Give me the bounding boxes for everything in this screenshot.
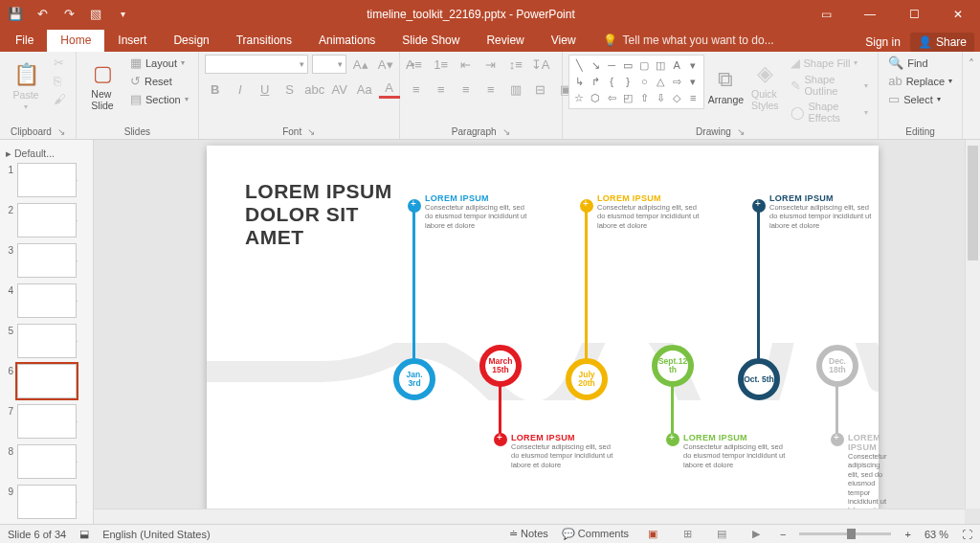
shape-rect2-icon[interactable]: ▢ xyxy=(637,58,652,73)
align-left-icon[interactable]: ≡ xyxy=(406,79,427,99)
thumbnail-2[interactable]: 2★ xyxy=(4,203,89,238)
dialog-launcher-icon[interactable]: ↘ xyxy=(57,126,65,137)
layout-button[interactable]: ▦Layout▾ xyxy=(126,55,192,71)
underline-button[interactable]: U xyxy=(255,79,276,99)
font-color-button[interactable]: A xyxy=(379,79,400,99)
tab-insert[interactable]: Insert xyxy=(104,30,160,52)
thumbnail-1[interactable]: 1★ xyxy=(4,163,89,197)
slide-canvas[interactable]: LOREM IPSUMDOLOR SITAMET Jan.3rdLOREM IP… xyxy=(207,146,879,523)
tab-view[interactable]: View xyxy=(538,30,590,52)
slideshow-view-icon[interactable]: ▶ xyxy=(746,527,767,542)
thumbnail-6[interactable]: 6★ xyxy=(4,364,89,398)
minimize-icon[interactable]: — xyxy=(848,0,892,28)
shape-outline-button[interactable]: ✎Shape Outline▾ xyxy=(787,73,873,98)
sorter-view-icon[interactable]: ⊞ xyxy=(677,527,698,542)
slide-counter[interactable]: Slide 6 of 34 xyxy=(8,529,66,540)
thumb-preview[interactable] xyxy=(17,243,77,278)
shape-callout-icon[interactable]: ◰ xyxy=(621,91,635,105)
milestone-text[interactable]: LOREM IPSUMConsectetur adipiscing elit, … xyxy=(425,193,530,230)
thumb-preview[interactable] xyxy=(17,404,77,439)
arrange-button[interactable]: ⧉Arrange xyxy=(708,55,744,118)
thumbnail-5[interactable]: 5★ xyxy=(4,324,89,358)
thumbnail-8[interactable]: 8★ xyxy=(4,444,89,479)
milestone-date[interactable]: Oct. 5th xyxy=(738,358,780,400)
fit-window-icon[interactable]: ⛶ xyxy=(962,529,972,540)
tab-transitions[interactable]: Transitions xyxy=(223,30,305,52)
thumb-preview[interactable] xyxy=(17,364,77,398)
tab-animations[interactable]: Animations xyxy=(305,30,389,52)
new-slide-button[interactable]: ▢New Slide xyxy=(82,55,122,118)
bold-button[interactable]: B xyxy=(205,79,226,99)
shape-up-icon[interactable]: ⇧ xyxy=(637,91,652,105)
indent-inc-icon[interactable]: ⇥ xyxy=(480,55,501,74)
numbering-icon[interactable]: 1≡ xyxy=(431,55,452,74)
save-icon[interactable]: 💾 xyxy=(4,3,27,26)
align-text-icon[interactable]: ⊟ xyxy=(530,79,551,99)
thumb-preview[interactable] xyxy=(17,324,77,358)
comments-button[interactable]: 💬 Comments xyxy=(562,528,629,540)
slide-thumbnails[interactable]: ▸Default... 1★2★3★4★5★6★7★8★9★ xyxy=(0,140,94,524)
tab-design[interactable]: Design xyxy=(160,30,222,52)
spell-check-icon[interactable]: ⬓ xyxy=(79,528,89,540)
align-center-icon[interactable]: ≡ xyxy=(431,79,452,99)
shape-tri-icon[interactable]: △ xyxy=(654,75,668,89)
zoom-slider[interactable] xyxy=(799,532,891,535)
thumbnail-7[interactable]: 7★ xyxy=(4,404,89,439)
shape-conn-icon[interactable]: ↳ xyxy=(572,75,587,89)
justify-icon[interactable]: ≡ xyxy=(480,79,501,99)
milestone-date[interactable]: Dec.18th xyxy=(816,345,858,387)
find-button[interactable]: 🔍Find xyxy=(884,55,956,71)
shape-text-icon[interactable]: A xyxy=(670,58,684,73)
shrink-font-icon[interactable]: A▾ xyxy=(375,55,396,74)
tab-file[interactable]: File xyxy=(2,30,47,52)
milestone-text[interactable]: LOREM IPSUMConsectetur adipiscing elit, … xyxy=(597,193,702,230)
slide-title[interactable]: LOREM IPSUMDOLOR SITAMET xyxy=(245,180,392,249)
shape-effects-button[interactable]: ◯Shape Effects▾ xyxy=(787,100,873,124)
milestone-date[interactable]: Sept.12th xyxy=(652,345,694,387)
shape-arrow-icon[interactable]: ↘ xyxy=(589,58,603,73)
tell-me-search[interactable]: Tell me what you want to do... xyxy=(590,30,788,52)
normal-view-icon[interactable]: ▣ xyxy=(642,527,663,542)
shape-line2-icon[interactable]: ─ xyxy=(605,58,619,73)
thumbnail-4[interactable]: 4★ xyxy=(4,283,89,318)
scroll-thumb[interactable] xyxy=(968,146,978,260)
qat-customize-icon[interactable]: ▾ xyxy=(111,3,134,26)
language-status[interactable]: English (United States) xyxy=(102,529,211,540)
replace-button[interactable]: abReplace▾ xyxy=(884,73,956,89)
columns-icon[interactable]: ▥ xyxy=(505,79,526,99)
font-size-combo[interactable] xyxy=(312,55,346,74)
shape-rect3-icon[interactable]: ◫ xyxy=(654,58,668,73)
quick-styles-button[interactable]: ◈Quick Styles xyxy=(747,55,782,118)
cut-button[interactable]: ✂ xyxy=(50,55,70,71)
reset-button[interactable]: ↺Reset xyxy=(126,73,192,89)
line-spacing-icon[interactable]: ↕≡ xyxy=(505,55,526,74)
close-icon[interactable]: ✕ xyxy=(936,0,980,28)
shape-hex-icon[interactable]: ⬡ xyxy=(589,91,603,105)
tab-home[interactable]: Home xyxy=(47,30,104,52)
shape-brace-icon[interactable]: { xyxy=(605,75,619,89)
shape-flow-icon[interactable]: ◇ xyxy=(670,91,684,105)
share-button[interactable]: 👤Share xyxy=(910,33,974,52)
shape-oval-icon[interactable]: ○ xyxy=(637,75,652,89)
horizontal-scrollbar[interactable] xyxy=(94,509,965,524)
shape-brace2-icon[interactable]: } xyxy=(621,75,635,89)
shapes-gallery[interactable]: ╲↘─▭▢◫A▾ ↳↱{}○△⇨▾ ☆⬡⇦◰⇧⇩◇≡ xyxy=(568,55,704,109)
spacing-button[interactable]: AV xyxy=(329,79,350,99)
shape-expand-icon[interactable]: ≡ xyxy=(686,91,701,105)
milestone-date[interactable]: March15th xyxy=(479,345,522,387)
ribbon-options-icon[interactable]: ▭ xyxy=(804,0,848,28)
bullets-icon[interactable]: •≡ xyxy=(406,55,427,74)
zoom-thumb[interactable] xyxy=(847,529,856,539)
copy-button[interactable]: ⎘ xyxy=(50,73,70,89)
align-right-icon[interactable]: ≡ xyxy=(456,79,477,99)
reading-view-icon[interactable]: ▤ xyxy=(711,527,732,542)
thumbnail-9[interactable]: 9★ xyxy=(4,485,89,519)
milestone-text[interactable]: LOREM IPSUMConsectetur adipiscing elit, … xyxy=(769,193,875,230)
shape-down-icon[interactable]: ⇩ xyxy=(654,91,668,105)
vertical-scrollbar[interactable] xyxy=(965,140,980,509)
dialog-launcher-icon[interactable]: ↘ xyxy=(502,126,510,137)
shape-star-icon[interactable]: ☆ xyxy=(572,91,587,105)
section-button[interactable]: ▤Section▾ xyxy=(126,91,192,107)
thumb-preview[interactable] xyxy=(17,485,77,519)
italic-button[interactable]: I xyxy=(230,79,251,99)
